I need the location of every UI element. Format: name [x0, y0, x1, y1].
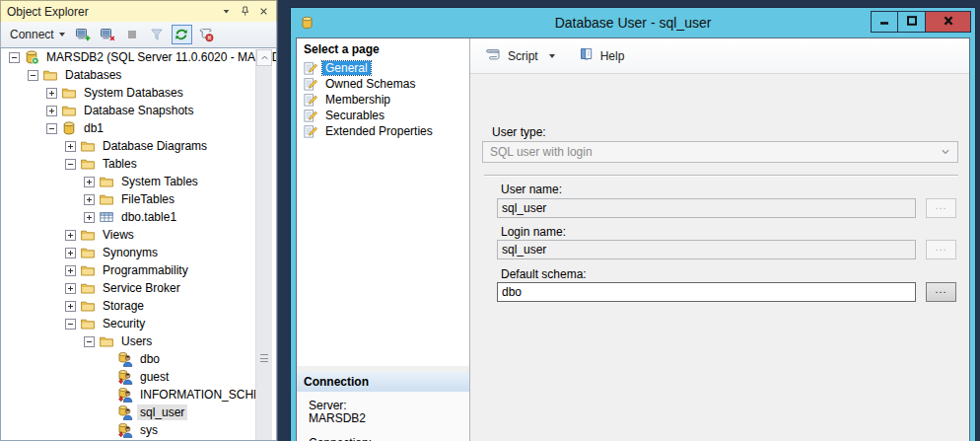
user-icon	[117, 404, 133, 420]
user-name-label: User name:	[501, 183, 562, 196]
tree-item-label: Users	[118, 333, 155, 349]
expander-minus-icon[interactable]	[28, 70, 38, 81]
login-name-label: Login name:	[501, 225, 566, 239]
tree-item[interactable]: Service Broker	[1, 279, 276, 297]
page-icon	[303, 61, 317, 76]
expander-minus-icon[interactable]	[46, 123, 57, 134]
user-type-combo: SQL user with login	[482, 141, 958, 163]
folder-icon	[42, 67, 58, 83]
page-item-label: Securables	[322, 109, 387, 122]
disconnect-server-icon[interactable]	[98, 25, 118, 44]
database-user-dialog: Database User - sql_user Select a page G…	[291, 8, 975, 441]
tree-item-label: db1	[81, 120, 106, 136]
close-button[interactable]	[926, 11, 971, 33]
expander-spacer	[103, 390, 113, 401]
tree-item[interactable]: sql_user	[1, 404, 276, 421]
help-label: Help	[600, 49, 625, 63]
chevron-down-icon[interactable]	[549, 54, 555, 58]
user-name-field	[497, 198, 916, 218]
tree-item[interactable]: Users	[1, 332, 276, 350]
tree-item-label: System Tables	[118, 174, 201, 189]
default-schema-field[interactable]	[497, 282, 916, 302]
default-schema-browse-button[interactable]: ...	[926, 282, 956, 302]
expander-plus-icon[interactable]	[65, 141, 76, 152]
tree-item-label: FileTables	[118, 191, 177, 207]
user-type-value: SQL user with login	[490, 145, 593, 159]
expander-minus-icon[interactable]	[9, 52, 20, 63]
expander-minus-icon[interactable]	[84, 336, 95, 347]
minimize-button[interactable]	[871, 11, 898, 33]
tree-item[interactable]: System Tables	[1, 173, 276, 190]
tree-item[interactable]: FileTables	[1, 190, 276, 208]
tree-item-label: Views	[100, 227, 137, 243]
help-button[interactable]: Help	[571, 42, 631, 69]
expander-plus-icon[interactable]	[65, 265, 76, 276]
tree-item[interactable]: Synonyms	[1, 244, 276, 261]
tree-item[interactable]: dbo.table1	[1, 208, 276, 226]
tree-item[interactable]: INFORMATION_SCHEM	[1, 386, 276, 404]
object-explorer-toolbar: Connect	[0, 22, 277, 47]
connect-button[interactable]: Connect	[6, 26, 69, 43]
object-explorer-title: Object Explorer	[7, 5, 89, 19]
tree-item[interactable]: dbo	[1, 350, 276, 368]
refresh-icon[interactable]	[172, 25, 192, 44]
expander-plus-icon[interactable]	[84, 177, 95, 187]
page-item[interactable]: General	[297, 60, 469, 76]
tree-item[interactable]: Tables	[1, 155, 276, 173]
page-icon	[303, 124, 317, 139]
tree-item-label: Tables	[100, 156, 140, 172]
tree-item[interactable]: guest	[1, 368, 276, 386]
tree-item[interactable]: db1	[1, 119, 276, 137]
connect-label: Connect	[10, 28, 54, 41]
tree-item-label: Databases	[62, 67, 124, 83]
dialog-titlebar[interactable]: Database User - sql_user	[291, 8, 975, 37]
tree-item-label: guest	[137, 369, 172, 385]
maximize-button[interactable]	[898, 11, 926, 33]
page-icon	[303, 109, 317, 123]
expander-minus-icon[interactable]	[65, 319, 76, 330]
window-menu-icon[interactable]	[218, 4, 235, 20]
page-icon	[303, 77, 317, 92]
tree-item-label: MARSDB2 (SQL Server 11.0.6020 - MARSD	[43, 49, 277, 65]
page-item[interactable]: Extended Properties	[297, 123, 469, 139]
scrollbar-thumb[interactable]	[256, 66, 272, 440]
tree-item[interactable]: Programmability	[1, 261, 276, 279]
tree-item[interactable]: Database Snapshots	[1, 102, 276, 119]
tree-item-label: sys	[137, 422, 161, 438]
tree-item[interactable]: Views	[1, 226, 276, 244]
expander-plus-icon[interactable]	[46, 106, 57, 116]
expander-minus-icon[interactable]	[65, 159, 76, 170]
tree-item[interactable]: Databases	[1, 66, 276, 84]
expander-plus-icon[interactable]	[65, 230, 76, 241]
tree-item[interactable]: sys	[1, 421, 276, 439]
expander-plus-icon[interactable]	[65, 248, 76, 258]
expander-plus-icon[interactable]	[65, 283, 76, 294]
script-error-icon[interactable]	[196, 25, 217, 44]
tree-item[interactable]: Database Diagrams	[1, 137, 276, 155]
expander-plus-icon[interactable]	[65, 301, 76, 312]
expander-spacer	[103, 372, 113, 383]
page-item[interactable]: Owned Schemas	[297, 76, 469, 92]
close-icon[interactable]	[255, 4, 272, 20]
expander-plus-icon[interactable]	[46, 88, 57, 99]
folder-icon	[99, 191, 114, 207]
stop-icon	[122, 25, 143, 44]
connect-server-icon[interactable]	[73, 25, 94, 44]
tree-item[interactable]: Storage	[1, 297, 276, 315]
scroll-up-icon[interactable]	[256, 49, 272, 66]
script-button[interactable]: Script	[478, 42, 561, 69]
tree-item-label: Security	[100, 316, 148, 331]
script-label: Script	[508, 49, 538, 63]
tree-item[interactable]: System Databases	[1, 84, 276, 102]
expander-plus-icon[interactable]	[84, 194, 95, 205]
tree-item-label: Database Snapshots	[81, 103, 196, 118]
page-item[interactable]: Membership	[297, 92, 469, 108]
page-item[interactable]: Securables	[297, 108, 469, 123]
connection-header: Connection	[297, 372, 469, 392]
expander-plus-icon[interactable]	[84, 212, 95, 223]
pin-icon[interactable]	[237, 4, 253, 20]
page-icon	[303, 93, 317, 108]
scrollbar[interactable]	[255, 49, 272, 440]
tree-item[interactable]: Security	[1, 315, 276, 332]
tree-item[interactable]: MARSDB2 (SQL Server 11.0.6020 - MARSD	[1, 48, 276, 66]
